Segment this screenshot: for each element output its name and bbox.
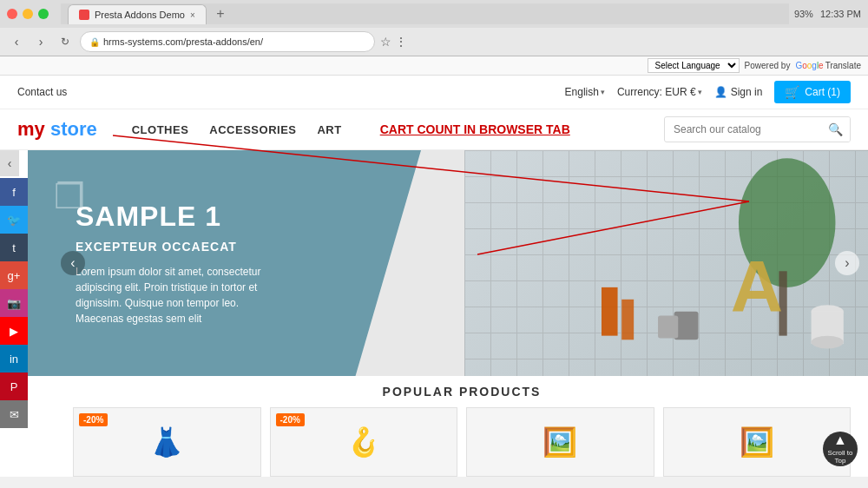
- nav-clothes[interactable]: CLOTHES: [132, 123, 189, 136]
- linkedin-icon: in: [10, 353, 18, 366]
- language-dropdown[interactable]: English ▾: [565, 86, 605, 98]
- forward-button[interactable]: ›: [31, 32, 50, 51]
- cart-count-browser-tab-label: CART COUNT IN BROWSER TAB: [380, 122, 570, 136]
- social-linkedin-button[interactable]: in: [0, 345, 28, 373]
- top-bar-right: English ▾ Currency: EUR € ▾ 👤 Sign in 🛒 …: [565, 81, 851, 103]
- product-card[interactable]: 🖼️: [466, 407, 654, 477]
- social-email-button[interactable]: ✉: [0, 400, 28, 428]
- hero-right-panel: A: [464, 150, 868, 376]
- sign-in-label: Sign in: [731, 86, 763, 98]
- facebook-icon: f: [12, 186, 16, 199]
- product-card[interactable]: -20% 👗: [73, 407, 261, 477]
- battery-indicator: 93%: [794, 9, 813, 19]
- product-image: 🪝: [346, 425, 381, 458]
- user-icon: 👤: [714, 86, 727, 98]
- translate-bar: Select Language Powered by Google Transl…: [0, 56, 868, 76]
- hero-next-button[interactable]: ›: [835, 251, 859, 275]
- hero-decorative-svg: A: [464, 150, 868, 376]
- googleplus-icon: g+: [8, 269, 21, 282]
- cart-icon: 🛒: [785, 85, 799, 99]
- nav-links: CLOTHES ACCESSORIES ART CART COUNT IN BR…: [132, 122, 570, 136]
- social-pinterest-button[interactable]: P: [0, 373, 28, 400]
- google-translate-logo: Google: [795, 61, 823, 70]
- hero-left-panel: ❐ SAMPLE 1 EXCEPTEUR OCCAECAT Lorem ipsu…: [28, 150, 464, 376]
- twitter-icon: 🐦: [7, 214, 21, 227]
- email-icon: ✉: [10, 408, 19, 421]
- menu-icon[interactable]: ⋮: [395, 35, 407, 49]
- main-navigation: my store CLOTHES ACCESSORIES ART CART CO…: [0, 109, 868, 150]
- language-select[interactable]: Select Language: [648, 58, 740, 73]
- nav-art[interactable]: ART: [317, 123, 341, 136]
- product-card[interactable]: -20% 🪝: [270, 407, 458, 477]
- tab-bar: Presta Addons Demo × +: [61, 3, 789, 24]
- back-button[interactable]: ‹: [7, 32, 26, 51]
- social-youtube-button[interactable]: ▶: [0, 317, 28, 345]
- active-tab[interactable]: Presta Addons Demo ×: [68, 4, 207, 24]
- product-image: 🖼️: [740, 425, 774, 458]
- site-logo[interactable]: my store: [17, 118, 97, 141]
- hero-body-text: Lorem ipsum dolor sit amet, consectetur …: [76, 264, 275, 326]
- tab-title: Presta Addons Demo: [95, 10, 185, 20]
- hero-title: SAMPLE 1: [76, 201, 430, 233]
- discount-badge: -20%: [79, 413, 108, 426]
- maximize-window-button[interactable]: [38, 9, 49, 19]
- svg-rect-4: [658, 315, 678, 338]
- scroll-to-top-button[interactable]: ▲ Scroll to Top: [823, 432, 858, 466]
- product-card[interactable]: 🖼️: [663, 407, 852, 477]
- content-column: ❐ SAMPLE 1 EXCEPTEUR OCCAECAT Lorem ipsu…: [28, 150, 868, 477]
- sidebar-toggle-button[interactable]: ‹: [0, 150, 19, 176]
- reload-button[interactable]: ↻: [56, 32, 75, 51]
- youtube-icon: ▶: [10, 325, 18, 338]
- cart-button[interactable]: 🛒 Cart (1): [774, 81, 851, 103]
- social-facebook-button[interactable]: f: [0, 178, 28, 206]
- discount-badge: -20%: [276, 413, 305, 426]
- currency-chevron-icon: ▾: [698, 88, 702, 96]
- url-text: hrms-systems.com/presta-addons/en/: [103, 36, 263, 47]
- website-content: Contact us English ▾ Currency: EUR € ▾ 👤…: [0, 76, 868, 477]
- main-content-area: ‹ f 🐦 t g+ 📷 ▶ in P ✉ ❐ SAMPLE 1 EXCEPTE…: [0, 150, 868, 477]
- minimize-window-button[interactable]: [23, 9, 33, 19]
- lang-currency-area: English ▾ Currency: EUR € ▾: [565, 86, 702, 98]
- search-button[interactable]: 🔍: [821, 117, 850, 142]
- bookmark-icon[interactable]: ☆: [380, 35, 391, 49]
- social-twitter-button[interactable]: 🐦: [0, 206, 28, 234]
- browser-actions: 93% 12:33 PM: [794, 9, 861, 19]
- social-instagram-button[interactable]: 📷: [0, 289, 28, 317]
- new-tab-button[interactable]: +: [210, 3, 231, 24]
- currency-dropdown[interactable]: Currency: EUR € ▾: [617, 86, 702, 98]
- ssl-lock-icon: 🔒: [89, 37, 100, 47]
- clock: 12:33 PM: [820, 9, 861, 19]
- scroll-top-label: Scroll to Top: [823, 450, 858, 465]
- nav-accessories[interactable]: ACCESSORIES: [209, 123, 296, 136]
- instagram-icon: 📷: [7, 297, 21, 310]
- hero-prev-button[interactable]: ‹: [61, 251, 85, 275]
- browser-icon-bar: ☆ ⋮: [380, 35, 407, 49]
- svg-rect-6: [622, 300, 635, 340]
- cart-label: Cart (1): [805, 86, 840, 98]
- logo-store: store: [45, 118, 97, 140]
- popular-products-section: POPULAR PRODUCTS -20% 👗 -20% 🪝 🖼️ 🖼️: [56, 376, 868, 477]
- products-row: -20% 👗 -20% 🪝 🖼️ 🖼️: [73, 407, 851, 477]
- translate-text: Translate: [825, 61, 861, 70]
- tab-close-button[interactable]: ×: [190, 10, 195, 20]
- logo-my: my: [17, 118, 45, 140]
- search-input[interactable]: [665, 118, 821, 141]
- powered-by-text: Powered by: [745, 61, 791, 70]
- pinterest-icon: P: [10, 380, 18, 393]
- svg-rect-5: [602, 287, 618, 336]
- title-bar: Presta Addons Demo × + 93% 12:33 PM: [0, 0, 868, 28]
- svg-text:A: A: [731, 246, 783, 327]
- contact-us-link[interactable]: Contact us: [17, 86, 67, 98]
- hero-banner: ❐ SAMPLE 1 EXCEPTEUR OCCAECAT Lorem ipsu…: [28, 150, 868, 376]
- social-googleplus-button[interactable]: g+: [0, 261, 28, 289]
- product-image: 👗: [149, 425, 184, 458]
- close-window-button[interactable]: [7, 9, 17, 19]
- tab-favicon: [79, 10, 89, 20]
- social-tumblr-button[interactable]: t: [0, 234, 28, 261]
- search-area: 🔍: [664, 116, 851, 142]
- sign-in-button[interactable]: 👤 Sign in: [714, 86, 763, 98]
- address-bar[interactable]: 🔒 hrms-systems.com/presta-addons/en/: [80, 31, 375, 52]
- language-chevron-icon: ▾: [601, 88, 605, 96]
- search-icon: 🔍: [828, 122, 843, 136]
- currency-label: Currency: EUR €: [617, 86, 696, 98]
